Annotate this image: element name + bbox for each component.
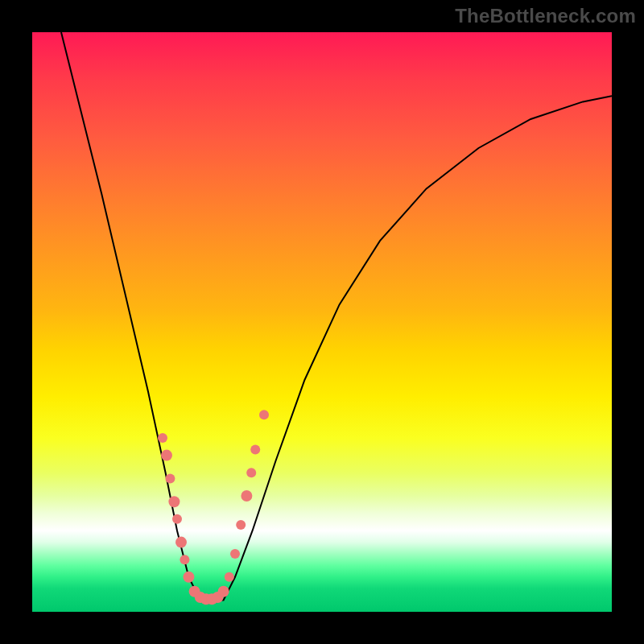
- sample-dot: [246, 468, 256, 477]
- sample-dot: [236, 520, 246, 530]
- sample-dot: [259, 410, 269, 419]
- sample-dot: [183, 572, 194, 583]
- sample-dot: [165, 473, 175, 483]
- sample-dot: [250, 444, 260, 454]
- sample-dot: [180, 555, 189, 564]
- sample-dot: [225, 572, 234, 582]
- sample-dot: [168, 496, 180, 507]
- sample-dot: [158, 433, 167, 443]
- sample-dot: [230, 549, 240, 559]
- sample-dots-group: [158, 410, 269, 605]
- sample-dot: [175, 537, 187, 548]
- chart-overlay-svg: [32, 32, 612, 612]
- sample-dot: [218, 586, 229, 597]
- sample-dot: [241, 490, 252, 502]
- watermark-text: TheBottleneck.com: [455, 5, 636, 27]
- sample-dot: [161, 450, 172, 461]
- sample-dot: [172, 514, 182, 524]
- chart-frame: TheBottleneck.com: [0, 0, 644, 644]
- bottleneck-curve: [61, 32, 612, 601]
